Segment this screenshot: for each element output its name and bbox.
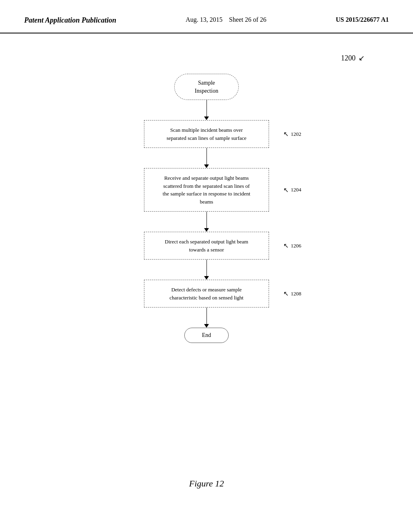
box-1204-wrapper: Receive and separate output light beamss… xyxy=(144,168,269,212)
box-1206-id: 1206 xyxy=(291,243,301,249)
process-box-1208: Detect defects or measure samplecharacte… xyxy=(144,280,269,308)
box-1208-id: 1208 xyxy=(291,291,301,297)
label-tick-1204: ↗ xyxy=(284,186,289,194)
patent-number: US 2015/226677 A1 xyxy=(336,16,389,23)
start-label: SampleInspection xyxy=(195,80,218,94)
arrow-line-3 xyxy=(206,212,207,228)
box-1204-label: ↗ 1204 xyxy=(284,186,301,194)
arrow-5 xyxy=(204,308,209,328)
arrow-head-1 xyxy=(204,116,209,120)
arrow-line-2 xyxy=(206,148,207,164)
box-1202-text: Scan multiple incident beams overseparat… xyxy=(167,127,246,141)
publication-label: Patent Application Publication xyxy=(24,16,116,25)
page-header: Patent Application Publication Aug. 13, … xyxy=(0,0,413,33)
diagram-number: 1200 ↙ xyxy=(341,54,365,62)
arrow-head-2 xyxy=(204,164,209,168)
arrow-3 xyxy=(204,212,209,232)
box-1206-label: ↗ 1206 xyxy=(284,242,301,249)
arrow-line-4 xyxy=(206,260,207,276)
end-oval: End xyxy=(184,328,229,343)
arrow-line-1 xyxy=(206,100,207,116)
box-1202-id: 1202 xyxy=(291,131,301,137)
process-box-1204: Receive and separate output light beamss… xyxy=(144,168,269,212)
process-box-1206: Direct each separated output light beamt… xyxy=(144,232,269,260)
box-1206-wrapper: Direct each separated output light beamt… xyxy=(144,232,269,260)
arrow-1 xyxy=(204,100,209,120)
start-oval: SampleInspection xyxy=(174,74,239,100)
arrow-head-5 xyxy=(204,324,209,328)
main-content: 1200 ↙ SampleInspection Scan multiple in… xyxy=(0,33,413,521)
end-label: End xyxy=(202,332,211,338)
diagram-arrow-icon: ↙ xyxy=(359,54,365,62)
header-center: Aug. 13, 2015 Sheet 26 of 26 xyxy=(186,16,266,23)
arrow-line-5 xyxy=(206,308,207,324)
flowchart: SampleInspection Scan multiple incident … xyxy=(144,74,269,343)
arrow-4 xyxy=(204,260,209,280)
figure-caption: Figure 12 xyxy=(189,478,224,489)
box-1204-id: 1204 xyxy=(291,187,301,193)
box-1208-wrapper: Detect defects or measure samplecharacte… xyxy=(144,280,269,308)
box-1202-wrapper: Scan multiple incident beams overseparat… xyxy=(144,120,269,148)
process-box-1202: Scan multiple incident beams overseparat… xyxy=(144,120,269,148)
label-tick-1208: ↗ xyxy=(284,290,289,297)
sheet-info: Sheet 26 of 26 xyxy=(229,16,267,23)
box-1206-text: Direct each separated output light beamt… xyxy=(165,239,248,253)
box-1208-text: Detect defects or measure samplecharacte… xyxy=(169,287,243,301)
box-1208-label: ↗ 1208 xyxy=(284,290,301,297)
label-tick-1206: ↗ xyxy=(284,242,289,249)
arrow-2 xyxy=(204,148,209,168)
arrow-head-4 xyxy=(204,276,209,280)
box-1204-text: Receive and separate output light beamss… xyxy=(163,175,250,205)
box-1202-label: ↗ 1202 xyxy=(284,130,301,138)
arrow-head-3 xyxy=(204,228,209,232)
label-tick-1202: ↗ xyxy=(284,130,289,138)
publication-date: Aug. 13, 2015 xyxy=(186,16,223,23)
